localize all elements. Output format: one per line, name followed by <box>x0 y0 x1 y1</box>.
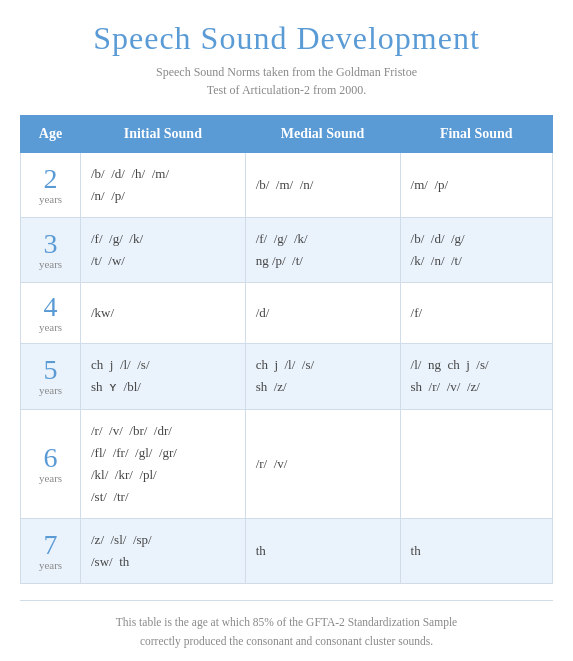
speech-table: Age Initial Sound Medial Sound Final Sou… <box>20 115 553 584</box>
age-number: 4 <box>31 293 70 321</box>
final-sound-cell: /m/ /p/ <box>400 153 552 218</box>
final-sound-cell: th <box>400 518 552 583</box>
col-medial: Medial Sound <box>245 116 400 153</box>
table-row: 4years/kw//d//f/ <box>21 283 553 344</box>
medial-sound-cell: th <box>245 518 400 583</box>
age-label: years <box>31 258 70 270</box>
medial-sound-cell: ch j /l/ /s/ sh /z/ <box>245 344 400 409</box>
initial-sound-cell: /r/ /v/ /br/ /dr/ /fl/ /fr/ /gl/ /gr/ /k… <box>81 409 246 518</box>
final-sound-cell: /l/ ng ch j /s/ sh /r/ /v/ /z/ <box>400 344 552 409</box>
age-cell: 3years <box>21 218 81 283</box>
age-number: 2 <box>31 165 70 193</box>
col-age: Age <box>21 116 81 153</box>
medial-sound-cell: /f/ /g/ /k/ ng /p/ /t/ <box>245 218 400 283</box>
age-label: years <box>31 559 70 571</box>
age-number: 6 <box>31 444 70 472</box>
age-cell: 4years <box>21 283 81 344</box>
page-wrapper: Speech Sound Development Speech Sound No… <box>0 0 573 661</box>
medial-sound-cell: /d/ <box>245 283 400 344</box>
medial-sound-cell: /b/ /m/ /n/ <box>245 153 400 218</box>
age-label: years <box>31 321 70 333</box>
page-title: Speech Sound Development <box>20 20 553 57</box>
initial-sound-cell: /b/ /d/ /h/ /m/ /n/ /p/ <box>81 153 246 218</box>
age-number: 5 <box>31 356 70 384</box>
age-cell: 5years <box>21 344 81 409</box>
initial-sound-cell: ch j /l/ /s/ sh ʏ /bl/ <box>81 344 246 409</box>
initial-sound-cell: /kw/ <box>81 283 246 344</box>
medial-sound-cell: /r/ /v/ <box>245 409 400 518</box>
footer-note: This table is the age at which 85% of th… <box>20 600 553 650</box>
page-subtitle: Speech Sound Norms taken from the Goldma… <box>20 63 553 99</box>
age-label: years <box>31 193 70 205</box>
table-row: 7years/z/ /sl/ /sp/ /sw/ ththth <box>21 518 553 583</box>
age-label: years <box>31 472 70 484</box>
age-cell: 6years <box>21 409 81 518</box>
table-row: 3years/f/ /g/ /k/ /t/ /w//f/ /g/ /k/ ng … <box>21 218 553 283</box>
col-initial: Initial Sound <box>81 116 246 153</box>
initial-sound-cell: /z/ /sl/ /sp/ /sw/ th <box>81 518 246 583</box>
table-row: 6years/r/ /v/ /br/ /dr/ /fl/ /fr/ /gl/ /… <box>21 409 553 518</box>
table-row: 2years/b/ /d/ /h/ /m/ /n/ /p//b/ /m/ /n/… <box>21 153 553 218</box>
final-sound-cell: /f/ <box>400 283 552 344</box>
age-cell: 2years <box>21 153 81 218</box>
age-cell: 7years <box>21 518 81 583</box>
age-label: years <box>31 384 70 396</box>
col-final: Final Sound <box>400 116 552 153</box>
final-sound-cell: /b/ /d/ /g/ /k/ /n/ /t/ <box>400 218 552 283</box>
final-sound-cell <box>400 409 552 518</box>
table-row: 5yearsch j /l/ /s/ sh ʏ /bl/ch j /l/ /s/… <box>21 344 553 409</box>
age-number: 7 <box>31 531 70 559</box>
age-number: 3 <box>31 230 70 258</box>
initial-sound-cell: /f/ /g/ /k/ /t/ /w/ <box>81 218 246 283</box>
